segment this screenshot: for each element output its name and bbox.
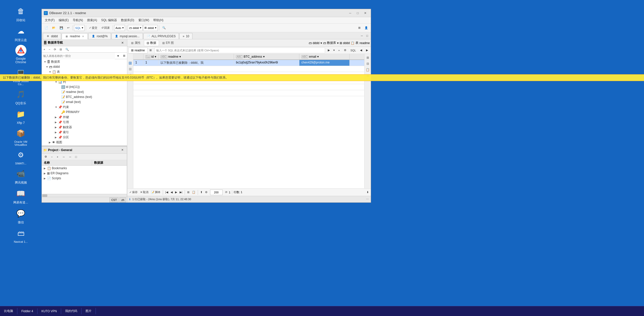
grid-cell-btc-1[interactable]: bc1q0utj25ran79ykxs0h296er6l [234, 60, 299, 66]
email-filter-icon[interactable]: ▾ [317, 55, 319, 58]
project-link-btn[interactable]: ↔ [61, 154, 67, 160]
scrollbar-thumb[interactable] [42, 194, 47, 197]
tab-properties[interactable]: ⊞ 属性 [128, 40, 143, 46]
tab-dddd[interactable]: ⚙ dddd [43, 33, 61, 39]
tab-er[interactable]: ⊞ ER 图 [159, 40, 177, 46]
paste-btn[interactable]: 📋 [191, 190, 196, 195]
filter-input[interactable] [42, 53, 115, 59]
toolbar-search-btn[interactable]: 🔍 [160, 25, 168, 31]
export-btn[interactable]: ⬇ [366, 190, 370, 195]
expand-btn[interactable]: ⊞ [148, 48, 153, 53]
project-bookmarks[interactable]: ▶ 📋 Bookmarks [42, 166, 127, 171]
import-btn[interactable]: ⬆ [199, 190, 204, 195]
tree-foreign-keys[interactable]: ▶ 📌 外键 [42, 115, 127, 120]
tree-triggers[interactable]: ▶ 📌 触发器 [42, 125, 127, 130]
auto-dropdown[interactable]: Auto ▾ [114, 25, 125, 31]
project-tree[interactable]: ▶ 📋 Bookmarks ▶ ⊞ ER Diagrams ▶ 📄 Script… [42, 166, 127, 194]
project-minus-btn[interactable]: − [49, 154, 54, 160]
nav-db-dropdown[interactable]: ▾ [320, 41, 322, 45]
readme-data-tab[interactable]: ⊞ readme [128, 47, 148, 53]
project-er-diagrams[interactable]: ▶ ⊞ ER Diagrams [42, 171, 127, 176]
tree-dddd[interactable]: ▼ 🗃 dddd [42, 64, 127, 69]
nav-refresh-btn[interactable]: ⟳ [52, 46, 58, 52]
tree-col-btc[interactable]: 📝 BTC_address (text) [42, 94, 127, 99]
taskbar-app-0[interactable]: 比电脑 [0, 308, 17, 314]
right-icon-2[interactable]: ⊟ [365, 61, 371, 66]
tree-partitions[interactable]: ▶ 📌 分区 [42, 135, 127, 140]
menu-database[interactable]: 数据库(D) [119, 18, 136, 23]
project-settings-btn[interactable]: ⚙ [43, 154, 49, 160]
desktop-icon-tencent-video[interactable]: 📹 腾讯视频 [11, 167, 31, 185]
close-button[interactable]: ✕ [362, 10, 369, 16]
sql-filter-input[interactable] [156, 49, 323, 52]
sql-dropdown[interactable]: SQL ▾ [74, 25, 85, 31]
copy-btn[interactable]: ⊞ [186, 190, 190, 195]
nav-filter-btn[interactable]: 🔍 [64, 46, 71, 52]
menu-search[interactable]: 搜索(A) [85, 18, 99, 23]
apply-filter-btn[interactable]: ▶ [326, 48, 332, 53]
desktop-icon-wechat[interactable]: 💬 微信 [11, 207, 31, 225]
menu-help[interactable]: 帮助(H) [151, 18, 166, 23]
taskbar-app-fiddler[interactable]: Fiddler 4 [17, 308, 37, 314]
arrow-right-btn[interactable]: ▶ [364, 48, 370, 53]
taskbar-app-img[interactable]: 图片 [82, 308, 96, 314]
nav-close-btn[interactable]: ✕ [119, 40, 126, 45]
menu-nav[interactable]: 导航(N) [71, 18, 85, 23]
nav-schema-dropdown[interactable]: ▾ [337, 41, 339, 45]
grid-cell-id-1[interactable]: 1 [143, 60, 158, 66]
grid-header-email[interactable]: ABC email ▾ [299, 54, 350, 59]
project-close-btn[interactable]: ✕ [119, 148, 125, 153]
toolbar-open-btn[interactable]: 📂 [50, 25, 57, 31]
toolbar-rollback-btn[interactable]: ↺ 回滚 [100, 25, 111, 31]
filter-dropdown-btn[interactable]: ▾ [332, 48, 337, 53]
script-btn[interactable]: 📝 脚本 [150, 190, 162, 195]
btc-filter-icon[interactable]: ▾ [263, 55, 265, 58]
desktop-icon-qqmusic[interactable]: 🎵 QQ音乐 [11, 88, 31, 106]
grid-header-readme[interactable]: ABC readme ▾ [158, 54, 234, 59]
tree-databases[interactable]: ▼ 🗄 数据库 [42, 59, 127, 64]
project-maximize-btn[interactable]: □ [73, 154, 79, 160]
first-page-btn[interactable]: |◀ [164, 190, 169, 195]
toolbar-profile-btn[interactable]: 👤 [363, 25, 370, 31]
toolbar-save-btn[interactable]: 💾 [58, 25, 65, 31]
tree-col-email[interactable]: 📝 email (text) [42, 99, 127, 104]
tab-root[interactable]: 👤 root@% [88, 33, 111, 39]
toolbar-new-btn[interactable]: 📄 [43, 25, 50, 31]
desktop-icon-aliyun[interactable]: ☁ 阿里云盘 [11, 25, 31, 42]
tree-col-id[interactable]: 🔢 id (int(11)) [42, 84, 127, 89]
tree-views[interactable]: ▶ 👁 视图 [42, 140, 127, 145]
add-filter-btn[interactable]: + [337, 48, 342, 53]
filter-apply-btn[interactable]: ▼ [115, 53, 121, 59]
sql-view-btn[interactable]: SQL [349, 48, 358, 53]
minimize-button[interactable]: ─ [347, 10, 354, 16]
page-size-input[interactable] [211, 191, 221, 194]
maximize-panel-btn[interactable]: □ [365, 32, 370, 39]
tree-constraints[interactable]: ▼ 📌 约束 [42, 104, 127, 110]
save-btn[interactable]: ✓ 保存 [128, 190, 139, 195]
taskbar-app-mycode[interactable]: 我的代码 [61, 308, 82, 314]
menu-edit[interactable]: 编辑(E) [57, 18, 71, 23]
right-icon-3[interactable]: 📋 [365, 67, 371, 73]
reload-btn[interactable]: ⟳ [224, 190, 228, 195]
tree-primary[interactable]: 🔑 PRIMARY [42, 110, 127, 115]
sql-filter-container[interactable] [154, 48, 325, 53]
tab-readme-close[interactable]: ✕ [82, 35, 85, 38]
menu-window[interactable]: 窗口(W) [136, 18, 151, 23]
nav-add-btn[interactable]: + [42, 46, 47, 52]
last-page-btn[interactable]: ▶| [179, 190, 183, 195]
table-row[interactable]: 1 1 以下数据库已被删除：dddd。我 bc1q0utj25ran79ykxs… [133, 60, 364, 66]
project-minimize-btn[interactable]: ─ [67, 154, 73, 160]
taskbar-app-kuto[interactable]: KUTO VPN [37, 308, 61, 314]
grid-cell-readme-1[interactable]: 以下数据库已被删除：dddd。我 [158, 60, 234, 66]
grid-settings-btn[interactable]: ⚙ [204, 190, 209, 195]
id-filter-icon[interactable]: ▾ [155, 55, 156, 58]
desktop-icon-simati[interactable]: ⚙ SIMATI... [11, 149, 31, 165]
cancel-btn[interactable]: ✕ 取消 [139, 190, 149, 195]
tab-overflow[interactable]: » 10 [179, 33, 192, 39]
menu-sql-editor[interactable]: SQL 编辑器 [99, 18, 119, 23]
nav-collapse-btn[interactable]: ⊟ [58, 46, 64, 52]
filter-config-btn[interactable]: ⚙ [342, 48, 348, 53]
tree-references[interactable]: ▶ 📌 引用 [42, 120, 127, 125]
prev-page-btn[interactable]: ◀ [170, 190, 174, 195]
menu-file[interactable]: 文件(F) [43, 18, 57, 23]
